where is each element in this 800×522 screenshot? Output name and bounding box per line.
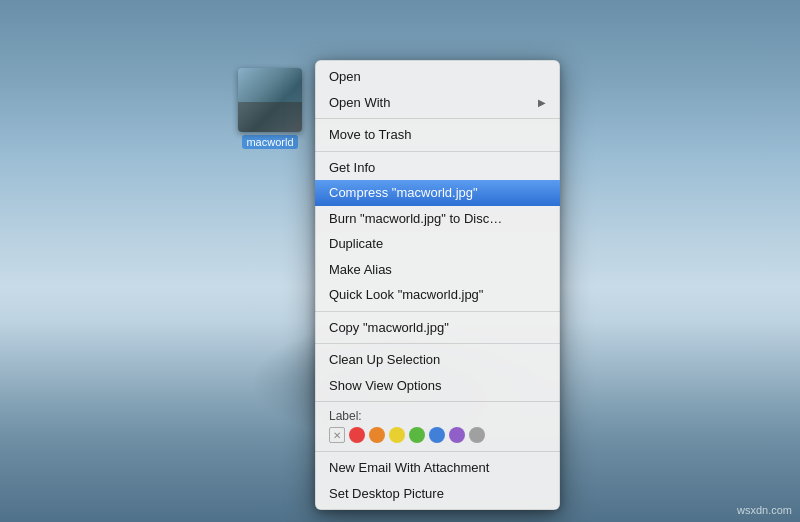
menu-item-compress[interactable]: Compress "macworld.jpg": [315, 180, 560, 206]
menu-separator-4: [315, 343, 560, 344]
label-purple[interactable]: [449, 427, 465, 443]
label-section: Label: ✕: [315, 405, 560, 448]
file-label: macworld: [242, 135, 297, 149]
label-colors: ✕: [329, 427, 546, 443]
menu-separator-6: [315, 451, 560, 452]
menu-item-show-view-options[interactable]: Show View Options: [315, 373, 560, 399]
menu-item-get-info[interactable]: Get Info: [315, 155, 560, 181]
label-yellow[interactable]: [389, 427, 405, 443]
menu-item-copy[interactable]: Copy "macworld.jpg": [315, 315, 560, 341]
label-orange[interactable]: [369, 427, 385, 443]
watermark: wsxdn.com: [737, 504, 792, 516]
label-none-button[interactable]: ✕: [329, 427, 345, 443]
context-menu: Open Open With ▶ Move to Trash Get Info …: [315, 60, 560, 510]
menu-separator-1: [315, 118, 560, 119]
menu-item-burn[interactable]: Burn "macworld.jpg" to Disc…: [315, 206, 560, 232]
menu-separator-3: [315, 311, 560, 312]
label-title: Label:: [329, 409, 546, 423]
label-green[interactable]: [409, 427, 425, 443]
menu-item-move-to-trash[interactable]: Move to Trash: [315, 122, 560, 148]
menu-item-open[interactable]: Open: [315, 64, 560, 90]
menu-item-quick-look[interactable]: Quick Look "macworld.jpg": [315, 282, 560, 308]
menu-item-clean-up[interactable]: Clean Up Selection: [315, 347, 560, 373]
label-gray[interactable]: [469, 427, 485, 443]
menu-item-open-with[interactable]: Open With ▶: [315, 90, 560, 116]
submenu-arrow-icon: ▶: [538, 95, 546, 110]
menu-separator-2: [315, 151, 560, 152]
menu-separator-5: [315, 401, 560, 402]
menu-item-make-alias[interactable]: Make Alias: [315, 257, 560, 283]
menu-item-new-email[interactable]: New Email With Attachment: [315, 455, 560, 481]
menu-item-duplicate[interactable]: Duplicate: [315, 231, 560, 257]
file-thumbnail-image: [238, 68, 302, 132]
label-red[interactable]: [349, 427, 365, 443]
file-icon[interactable]: macworld: [230, 68, 310, 149]
menu-item-set-desktop[interactable]: Set Desktop Picture: [315, 481, 560, 507]
label-blue[interactable]: [429, 427, 445, 443]
file-thumbnail: [238, 68, 302, 132]
